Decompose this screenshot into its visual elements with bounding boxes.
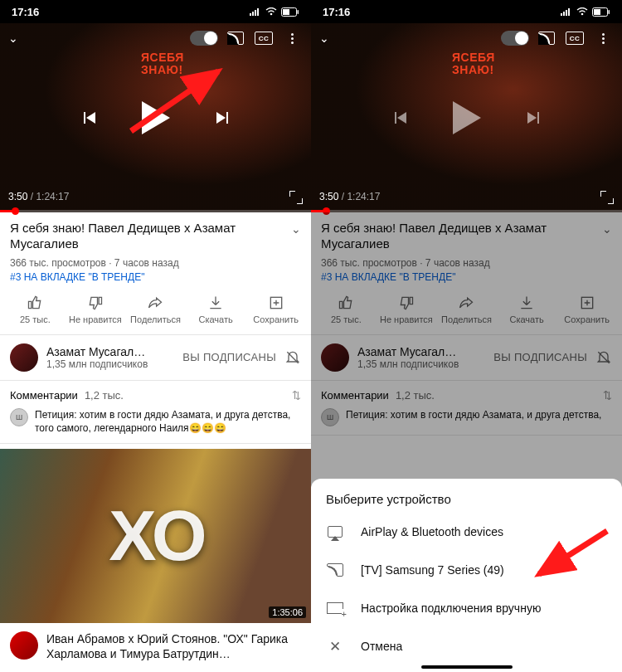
commenter-avatar: Ш: [10, 408, 28, 426]
wifi-icon: [576, 7, 588, 16]
cast-button[interactable]: [536, 30, 557, 46]
svg-rect-10: [561, 13, 562, 16]
suggested-video[interactable]: XO 1:35:06 Иван Абрамов х Юрий Стоянов. …: [0, 449, 311, 665]
video-player[interactable]: ЯСЕБЯ ЗНАЮ! ⌄ CC 3:50 / 1:24:17: [0, 23, 311, 212]
svg-rect-12: [566, 10, 567, 16]
sheet-option-manual[interactable]: Настройка подключения вручную: [311, 589, 622, 627]
autoplay-toggle[interactable]: [190, 31, 218, 46]
cast-button[interactable]: [225, 30, 246, 46]
comments-section: Комментарии1,2 тыс.⇅ ШПетиция: хотим в г…: [311, 381, 622, 436]
more-button[interactable]: [281, 30, 303, 46]
svg-rect-16: [594, 9, 600, 15]
previous-button[interactable]: [84, 112, 95, 124]
svg-rect-13: [568, 8, 570, 16]
play-button[interactable]: [142, 101, 170, 134]
svg-rect-0: [250, 13, 251, 16]
status-time: 17:16: [323, 6, 350, 18]
next-button[interactable]: [527, 112, 539, 124]
svg-rect-2: [255, 10, 256, 16]
status-bar: 17:16: [0, 0, 311, 23]
screenshot-left: 17:16 ЯСЕБЯ ЗНАЮ! ⌄ CC 3:50 / 1:24:17: [0, 0, 311, 672]
status-icons: [561, 7, 610, 17]
captions-button[interactable]: CC: [564, 30, 586, 46]
home-indicator[interactable]: [421, 665, 513, 669]
svg-point-14: [581, 13, 584, 16]
expand-description-icon[interactable]: ⌄: [291, 222, 301, 252]
status-bar: 17:16: [311, 0, 622, 23]
sheet-title: Выберите устройство: [311, 479, 622, 513]
share-button: Поделиться: [436, 295, 497, 324]
video-title: Я себя знаю! Павел Дедищев х Азамат Муса…: [10, 221, 284, 252]
collapse-icon[interactable]: ⌄: [319, 32, 329, 45]
subscribed-label: ВЫ ПОДПИСАНЫ: [493, 351, 587, 363]
cast-icon: [326, 562, 344, 577]
comments-section[interactable]: Комментарии 1,2 тыс. ⇅ Ш Петиция: хотим …: [0, 381, 311, 444]
play-button[interactable]: [453, 101, 481, 134]
autoplay-toggle[interactable]: [501, 31, 529, 46]
like-button[interactable]: 25 тыс.: [5, 295, 66, 324]
like-button: 25 тыс.: [316, 295, 377, 324]
time-display: 3:50 / 1:24:17: [319, 191, 380, 202]
dislike-button[interactable]: Не нравится: [66, 295, 126, 324]
cast-device-sheet: Выберите устройство AirPlay & Bluetooth …: [311, 479, 622, 672]
notifications-button: [595, 349, 612, 366]
channel-row[interactable]: Азамат Мусагал… 1,35 млн подписчиков ВЫ …: [0, 335, 311, 381]
svg-point-4: [270, 13, 273, 16]
trending-badge[interactable]: #3 НА ВКЛАДКЕ "В ТРЕНДЕ": [10, 271, 301, 283]
suggested-channel-avatar[interactable]: [10, 631, 38, 660]
more-button[interactable]: [592, 30, 614, 46]
screenshot-right: 17:16 ЯСЕБЯ ЗНАЮ! ⌄ CC 3:50 / 1:24:17: [311, 0, 622, 672]
suggested-duration: 1:35:06: [269, 606, 306, 618]
download-button[interactable]: Скачать: [186, 295, 246, 324]
channel-name: Азамат Мусагал…: [46, 345, 174, 358]
channel-subs: 1,35 млн подписчиков: [357, 358, 485, 370]
channel-subs: 1,35 млн подписчиков: [46, 358, 174, 370]
expand-description-icon: ⌄: [602, 222, 612, 252]
channel-name: Азамат Мусагал…: [357, 345, 485, 358]
top-comment-truncated: Петиция: хотим в гости дядю Азамата, и д…: [346, 408, 601, 421]
svg-rect-18: [581, 297, 592, 308]
video-meta: Я себя знаю! Павел Дедищев х Азамат Муса…: [311, 212, 622, 286]
next-button[interactable]: [216, 112, 228, 124]
top-comment: Петиция: хотим в гости дядю Азамата, и д…: [35, 408, 301, 435]
video-meta[interactable]: Я себя знаю! Павел Дедищев х Азамат Муса…: [0, 212, 311, 286]
show-logo-text: ЯСЕБЯ ЗНАЮ!: [141, 51, 184, 75]
video-views-age: 366 тыс. просмотров · 7 часов назад: [10, 257, 301, 269]
fullscreen-button[interactable]: [289, 191, 303, 204]
svg-rect-6: [283, 9, 289, 15]
comments-count: 1,2 тыс.: [85, 389, 124, 402]
video-player[interactable]: ЯСЕБЯ ЗНАЮ! ⌄ CC 3:50 / 1:24:17: [311, 23, 622, 212]
video-views-age: 366 тыс. просмотров · 7 часов назад: [321, 257, 612, 269]
comments-label: Комментарии: [10, 389, 78, 402]
suggested-thumbnail[interactable]: XO 1:35:06: [0, 449, 311, 623]
sheet-option-cancel[interactable]: ✕ Отмена: [311, 627, 622, 665]
svg-rect-3: [257, 8, 259, 16]
channel-avatar[interactable]: [10, 343, 38, 372]
airplay-icon: [326, 524, 344, 539]
collapse-icon[interactable]: ⌄: [8, 32, 18, 45]
sheet-option-tv[interactable]: [TV] Samsung 7 Series (49): [311, 551, 622, 589]
fullscreen-button[interactable]: [600, 191, 614, 204]
total-time: 1:24:17: [36, 191, 69, 202]
subscribed-label[interactable]: ВЫ ПОДПИСАНЫ: [182, 351, 276, 363]
dislike-button: Не нравится: [377, 295, 437, 324]
notifications-button[interactable]: [284, 349, 301, 366]
download-button: Скачать: [497, 295, 557, 324]
wifi-icon: [265, 7, 277, 16]
sheet-option-airplay[interactable]: AirPlay & Bluetooth devices: [311, 513, 622, 551]
show-logo-text: ЯСЕБЯ ЗНАЮ!: [452, 51, 495, 75]
status-time: 17:16: [12, 6, 39, 18]
close-icon: ✕: [326, 639, 344, 654]
captions-button[interactable]: CC: [253, 30, 275, 46]
previous-button[interactable]: [395, 112, 406, 124]
action-bar: 25 тыс. Не нравится Поделиться Скачать С…: [311, 286, 622, 335]
trending-badge: #3 НА ВКЛАДКЕ "В ТРЕНДЕ": [321, 271, 612, 283]
current-time: 3:50: [8, 191, 27, 202]
svg-rect-17: [609, 10, 610, 14]
battery-icon: [281, 7, 299, 17]
video-title: Я себя знаю! Павел Дедищев х Азамат Муса…: [321, 221, 595, 252]
status-icons: [250, 7, 299, 17]
expand-comments-icon[interactable]: ⇅: [292, 389, 301, 402]
share-button[interactable]: Поделиться: [125, 295, 186, 324]
save-button[interactable]: Сохранить: [245, 295, 306, 324]
